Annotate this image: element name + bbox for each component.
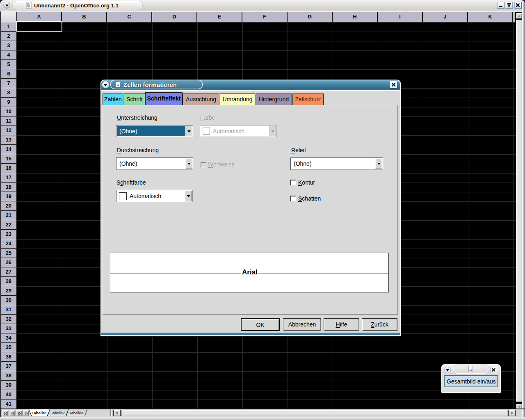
svg-text:Tabelle1: Tabelle1	[32, 411, 47, 415]
svg-text:Tabelle2: Tabelle2	[51, 411, 65, 415]
svg-text:Tabelle3: Tabelle3	[69, 411, 83, 415]
